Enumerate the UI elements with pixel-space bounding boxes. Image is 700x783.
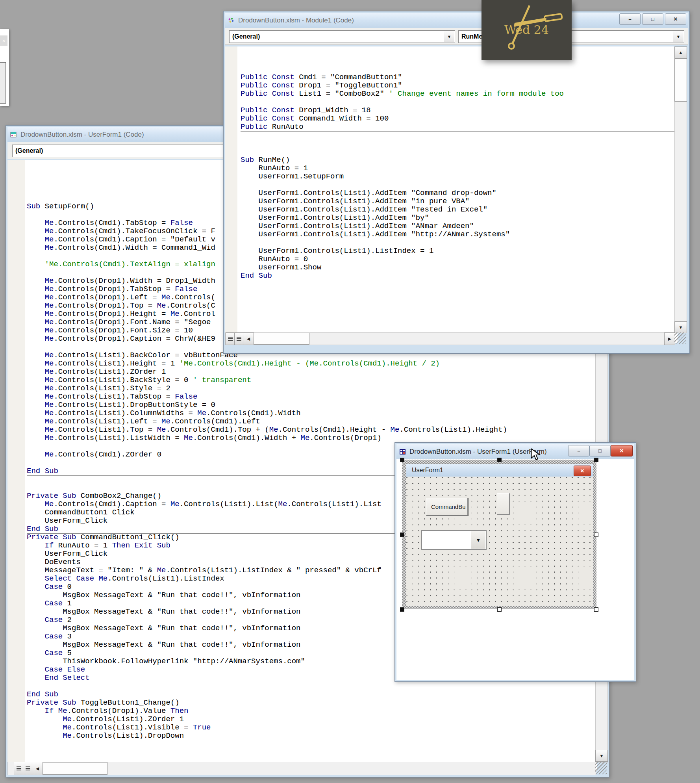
code-line: Public Const Cmd1 = "CommandButton1" — [241, 73, 678, 82]
h-scroll-thumb[interactable] — [43, 762, 107, 775]
code-line: Me.Controls(List1).Visible = True — [27, 724, 597, 732]
module-icon — [228, 17, 235, 24]
object-dropdown-value: (General) — [15, 147, 43, 154]
selection-handle[interactable] — [594, 458, 598, 462]
code-margin — [225, 46, 238, 332]
object-dropdown-value: (General) — [232, 33, 260, 40]
selection-handle[interactable] — [400, 458, 404, 462]
code-line: Me.Controls(List1).Style = 2 — [27, 384, 597, 393]
selection-handle[interactable] — [400, 533, 404, 537]
scroll-down-icon[interactable]: ▼ — [595, 750, 608, 762]
chevron-down-icon[interactable]: ▼ — [673, 31, 683, 42]
resize-grip[interactable] — [595, 762, 607, 774]
close-button[interactable]: ✕ — [611, 445, 633, 456]
userform-icon — [399, 449, 406, 455]
scroll-down-icon[interactable]: ▼ — [674, 321, 687, 333]
toggle-button-control[interactable] — [497, 493, 510, 515]
split-view-icon[interactable] — [14, 762, 24, 775]
userform-code-icon — [10, 132, 17, 138]
code-line: Me.Controls(List1).ColumnWidths = Me.Con… — [27, 409, 597, 417]
code-line: Me.Controls(List1).ZOrder 1 — [27, 715, 597, 724]
clock-widget: Wed 24 — [481, 0, 572, 60]
code-line — [241, 57, 678, 65]
code-line: RunAuto = 0 — [241, 255, 678, 263]
combobox-control[interactable]: ▼ — [421, 530, 487, 550]
code-line: Public Const Command1_Width = 100 — [241, 115, 678, 123]
window-title: DrodownButton.xlsm - UserForm1 (UserForm… — [409, 448, 547, 456]
selection-handle[interactable] — [497, 458, 502, 462]
h-scroll-thumb[interactable] — [254, 333, 309, 345]
code-line — [241, 131, 678, 139]
scroll-right-icon[interactable]: ▶ — [664, 332, 675, 345]
code-line — [241, 181, 678, 189]
code-line: UserForm1.Controls(List1).AddItem "ANmar… — [241, 222, 678, 230]
code-line: Me.Controls(List1).DropDown — [27, 732, 597, 740]
userform-canvas[interactable]: UserForm1 ✕ CommandBu ▼ — [406, 464, 593, 606]
maximize-button[interactable]: □ — [642, 13, 663, 25]
code-line — [241, 98, 678, 106]
combobox-dropdown-icon[interactable]: ▼ — [471, 531, 485, 549]
code-line — [241, 148, 678, 156]
module-combobar: (General) ▼ RunMe ▼ — [225, 28, 688, 45]
module-code-window: DrodownButton.xlsm - Module1 (Code) – □ … — [223, 11, 690, 354]
selection-handle[interactable] — [594, 607, 598, 612]
code-line: Me.Controls(List1).Top = Me.Controls(Cmd… — [27, 426, 597, 434]
code-line: Public RunAuto — [241, 123, 678, 131]
code-line: Me.Controls(List1).TabStop = False — [27, 393, 597, 401]
v-scroll-thumb[interactable] — [674, 58, 687, 102]
code-line: UserForm1.Controls(List1).AddItem "by" — [241, 214, 678, 222]
code-line — [241, 65, 678, 73]
selection-handle[interactable] — [400, 607, 404, 612]
scroll-left-icon[interactable]: ◀ — [243, 332, 254, 345]
command-button-caption: CommandBu — [426, 503, 466, 510]
code-line — [241, 239, 678, 247]
code-line: If Me.Controls(Drop1).Value Then — [27, 707, 597, 715]
object-dropdown[interactable]: (General) ▼ — [229, 30, 455, 43]
code-margin — [7, 160, 25, 762]
module-code-editor[interactable]: Public Const Cmd1 = "CommandButton1"Publ… — [237, 46, 678, 343]
minimize-button[interactable]: – — [568, 445, 589, 456]
code-line: Public Const List1 = "ComboBox2" ' Chang… — [241, 90, 678, 98]
window-title: DrodownButton.xlsm - Module1 (Code) — [238, 17, 354, 24]
code-line: Me.Controls(List1).ZOrder 1 — [27, 368, 597, 376]
code-line: Sub RunMe() — [241, 156, 678, 164]
minimize-button[interactable]: – — [619, 13, 641, 25]
fragment-panel — [0, 62, 6, 104]
resize-grip[interactable] — [674, 332, 686, 344]
form-caption: UserForm1 — [412, 467, 443, 474]
selection-handle[interactable] — [594, 533, 598, 537]
close-icon[interactable]: × — [0, 35, 7, 46]
form-titlebar[interactable]: UserForm1 ✕ — [406, 464, 593, 477]
close-button[interactable]: ✕ — [665, 13, 686, 25]
maximize-button[interactable]: □ — [589, 445, 611, 456]
form-close-button[interactable]: ✕ — [574, 466, 591, 476]
code-line: Me.Controls(List1).BackStyle = 0 ' trans… — [27, 376, 597, 384]
full-view-icon[interactable] — [23, 762, 33, 775]
code-line — [27, 682, 597, 690]
procedure-dropdown-value: RunMe — [461, 33, 482, 40]
code-line: RunAuto = 1 — [241, 164, 678, 173]
code-line: Me.Controls(List1).ListWidth = Me.Contro… — [27, 434, 597, 442]
code-line: UserForm1.Controls(List1).ListIndex = 1 — [241, 247, 678, 255]
mouse-cursor-icon — [531, 448, 542, 462]
code-line: UserForm1.Controls(List1).AddItem "Comma… — [241, 189, 678, 197]
code-line: Me.Controls(List1).Height = 1 'Me.Contro… — [27, 360, 597, 368]
module-code-titlebar[interactable]: DrodownButton.xlsm - Module1 (Code) — [225, 13, 688, 28]
selection-handle[interactable] — [497, 607, 502, 612]
scroll-up-icon[interactable]: ▲ — [674, 46, 687, 58]
code-line: UserForm1.Controls(List1).AddItem "Teste… — [241, 206, 678, 214]
full-view-icon[interactable] — [234, 332, 244, 345]
code-line: UserForm1.Controls(List1).AddItem "in pu… — [241, 197, 678, 206]
code-line: Me.Controls(List1).DropButtonStyle = 0 — [27, 401, 597, 409]
code-line: UserForm1.SetupForm — [241, 173, 678, 181]
code-line: End Sub — [241, 272, 678, 280]
code-line: UserForm1.Show — [241, 263, 678, 272]
split-view-icon[interactable] — [226, 332, 235, 345]
scroll-left-icon[interactable]: ◀ — [32, 762, 43, 775]
command-button-control[interactable]: CommandBu — [426, 498, 468, 516]
partial-window-fragment: × — [0, 29, 9, 106]
chevron-down-icon[interactable]: ▼ — [444, 31, 454, 42]
code-line — [241, 139, 678, 148]
code-line: UserForm1.Controls(List1).AddItem "http:… — [241, 230, 678, 239]
window-title: DrodownButton.xlsm - UserForm1 (Code) — [20, 131, 144, 139]
